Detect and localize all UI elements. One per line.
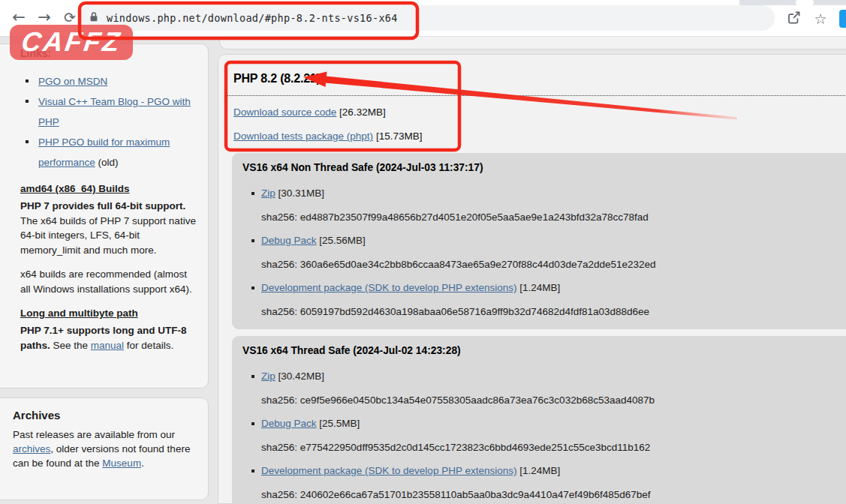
share-icon[interactable] [782, 9, 805, 28]
dotted-divider [224, 95, 846, 96]
link-suffix-old: (old) [95, 157, 119, 168]
file-size: [30.31MB] [278, 188, 325, 199]
development-package-link[interactable]: Development package (SDK to develop PHP … [261, 282, 516, 293]
zip-download-link[interactable]: Zip [261, 370, 275, 382]
amd64-lead: PHP 7 provides full 64-bit support. [20, 200, 185, 212]
download-row: Download tests package (phpt) [15.73MB] [233, 130, 846, 143]
caffz-watermark-logo: CAFFZ [10, 25, 133, 60]
archives-heading: Archives [13, 409, 196, 422]
archives-text: Past releases are available from our [13, 429, 175, 440]
build-item: Debug Pack [25.5MB] sha256: e775422950df… [251, 417, 846, 454]
list-item: PGO on MSDN [26, 71, 196, 92]
file-size: [1.24MB] [519, 465, 560, 476]
build-item: Zip [30.42MB] sha256: ce9f5e966e0450bc13… [251, 370, 846, 407]
debug-pack-link[interactable]: Debug Pack [261, 235, 317, 246]
amd64-paragraph: PHP 7 provides full 64-bit support. The … [20, 199, 196, 257]
build-item: Debug Pack [25.56MB] sha256: 360a6e65d0a… [251, 234, 846, 272]
multibyte-paragraph: PHP 7.1+ supports long and UTF-8 paths. … [20, 323, 196, 352]
museum-link[interactable]: Museum [102, 458, 141, 469]
build-block-non-thread-safe: VS16 x64 Non Thread Safe (2024-Jul-03 11… [232, 153, 846, 329]
extension-icon[interactable] [839, 10, 846, 28]
multibyte-heading: Long and multibyte path [20, 308, 196, 319]
development-package-link[interactable]: Development package (SDK to develop PHP … [261, 465, 516, 476]
address-bar[interactable]: windows.php.net/download/#php-8.2-nts-vs… [78, 5, 775, 31]
build-item: Development package (SDK to develop PHP … [251, 281, 846, 319]
manual-link[interactable]: manual [91, 340, 124, 351]
active-tab-fragment[interactable] [796, 0, 814, 5]
list-item: Visual C++ Team Blog - PGO with PHP [26, 92, 196, 132]
file-size: [26.32MB] [339, 106, 386, 118]
build-heading: VS16 x64 Non Thread Safe (2024-Jul-03 11… [242, 161, 846, 175]
sha256-value: sha256: 360a6e65d0ae34c2bb8b6ccaa8473ae6… [251, 258, 846, 272]
link-vc-team-blog[interactable]: Visual C++ Team Blog - PGO with PHP [38, 96, 191, 128]
sha256-value: sha256: ce9f5e966e0450bc134a54e07558305a… [251, 394, 846, 407]
download-tests-package-link[interactable]: Download tests package (phpt) [233, 130, 373, 142]
sha256-value: sha256: e775422950dff9535d2c0d145cc17238… [251, 441, 846, 454]
amd64-text: The x64 builds of PHP 7 support native 6… [20, 215, 196, 256]
file-size: [1.24MB] [519, 282, 560, 293]
previous-section-card-bottom [219, 36, 846, 50]
link-pgo-on-msdn[interactable]: PGO on MSDN [38, 76, 107, 87]
build-block-thread-safe: VS16 x64 Thread Safe (2024-Jul-02 14:23:… [232, 336, 846, 504]
x64-note: x64 builds are recommended (almost all W… [20, 267, 196, 296]
zip-download-link[interactable]: Zip [261, 188, 275, 199]
list-item: PHP PGO build for maximum performance (o… [26, 132, 196, 172]
download-row: Download source code [26.32MB] [233, 106, 846, 119]
archives-paragraph: Past releases are available from our arc… [13, 428, 196, 470]
archives-panel: Archives Past releases are available fro… [0, 398, 209, 500]
sha256-value: sha256: 6059197bd592d4630a198abaa06e5871… [251, 305, 846, 319]
multibyte-text: See the [53, 340, 91, 351]
build-item: Zip [30.31MB] sha256: ed4887b23507f99a48… [251, 187, 846, 224]
lock-icon [89, 11, 99, 26]
release-title: PHP 8.2 (8.2.21) [233, 71, 846, 86]
file-size: [25.5MB] [319, 418, 360, 429]
url-text[interactable]: windows.php.net/download/#php-8.2-nts-vs… [107, 12, 398, 24]
file-size: [30.42MB] [278, 370, 325, 382]
sha256-value: sha256: ed4887b23507f99a48656b27d4051e20… [251, 211, 846, 224]
tab-strip [739, 0, 846, 5]
archives-link[interactable]: archives [13, 443, 50, 454]
amd64-heading: amd64 (x86_64) Builds [20, 183, 196, 194]
sha256-value: sha256: 240602e66ca67a51701b23558110ab5a… [251, 488, 846, 502]
debug-pack-link[interactable]: Debug Pack [261, 418, 317, 429]
build-item: Development package (SDK to develop PHP … [251, 464, 846, 502]
bookmark-star-icon[interactable]: ☆ [809, 9, 832, 28]
main-content: PHP 8.2 (8.2.21) Download source code [2… [218, 54, 846, 504]
download-source-code-link[interactable]: Download source code [233, 106, 336, 118]
archives-text-suffix: . [141, 458, 144, 469]
multibyte-text-suffix: for details. [124, 340, 173, 351]
caffz-logo-text: CAFFZ [19, 25, 123, 59]
sidebar: Links: PGO on MSDN Visual C++ Team Blog … [0, 44, 209, 388]
file-size: [15.73MB] [376, 130, 423, 142]
file-size: [25.56MB] [319, 235, 366, 246]
build-heading: VS16 x64 Thread Safe (2024-Jul-02 14:23:… [242, 344, 846, 358]
links-list: PGO on MSDN Visual C++ Team Blog - PGO w… [26, 71, 196, 172]
